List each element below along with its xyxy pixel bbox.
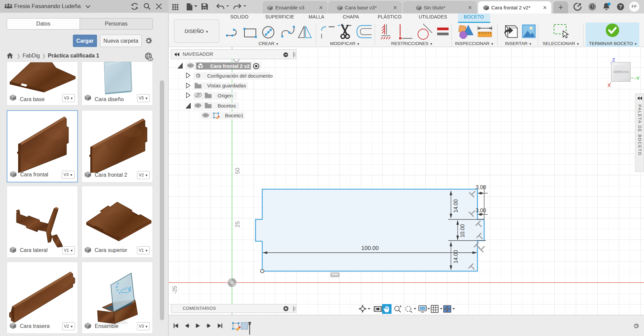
svg-text:10.00: 10.00 xyxy=(460,224,465,238)
svg-text:Z: Z xyxy=(612,57,615,62)
svg-text:14.00: 14.00 xyxy=(453,199,459,213)
svg-text:14.00: 14.00 xyxy=(453,250,459,263)
svg-text:3.00: 3.00 xyxy=(475,208,486,213)
svg-text:3.00: 3.00 xyxy=(475,184,486,190)
svg-text:?: ? xyxy=(619,4,622,9)
svg-text:-Y: -Y xyxy=(635,75,640,81)
svg-text:50: 50 xyxy=(234,168,241,174)
svg-text:100.00: 100.00 xyxy=(361,245,379,251)
svg-text:25: 25 xyxy=(234,221,241,227)
svg-text:-25: -25 xyxy=(172,286,178,294)
